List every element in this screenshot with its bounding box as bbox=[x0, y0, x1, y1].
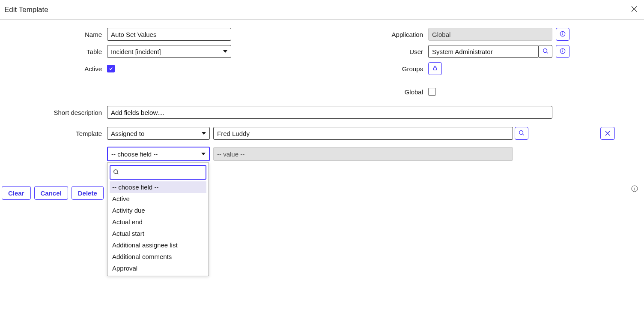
svg-text:i: i bbox=[634, 186, 635, 191]
name-label: Name bbox=[0, 31, 107, 38]
form-left-column: Name Table Incident [incident] Active bbox=[0, 26, 236, 77]
lock-icon bbox=[432, 65, 438, 72]
delete-button[interactable]: Delete bbox=[72, 186, 104, 200]
user-search-button[interactable] bbox=[539, 45, 552, 58]
name-input[interactable] bbox=[107, 28, 231, 41]
template-value-input-0[interactable] bbox=[213, 127, 513, 140]
svg-point-3 bbox=[543, 48, 547, 52]
clear-button[interactable]: Clear bbox=[2, 186, 31, 200]
dropdown-option[interactable]: Approval bbox=[110, 262, 206, 274]
user-label: User bbox=[321, 48, 428, 55]
dropdown-option[interactable]: -- choose field -- bbox=[110, 181, 206, 193]
user-input[interactable] bbox=[428, 45, 539, 58]
groups-lock-button[interactable] bbox=[428, 62, 442, 75]
active-checkbox[interactable] bbox=[107, 65, 115, 72]
active-label: Active bbox=[0, 65, 107, 72]
check-icon bbox=[109, 66, 113, 71]
template-field-select-1[interactable]: -- choose field -- bbox=[107, 147, 210, 161]
global-checkbox[interactable] bbox=[428, 88, 436, 96]
dropdown-option[interactable]: Additional assignee list bbox=[110, 239, 206, 251]
info-icon bbox=[560, 48, 566, 55]
global-label: Global bbox=[321, 88, 428, 96]
x-icon bbox=[605, 131, 610, 136]
dropdown-option[interactable]: Actual start bbox=[110, 228, 206, 239]
form-right-column: Application Global User bbox=[321, 26, 621, 100]
header: Edit Template bbox=[0, 0, 644, 20]
template-field-select-0[interactable]: Assigned to bbox=[107, 127, 210, 140]
user-info-button[interactable] bbox=[556, 45, 569, 58]
template-row-remove-0[interactable] bbox=[600, 127, 615, 140]
template-field-1-value: -- choose field -- bbox=[111, 150, 158, 158]
svg-rect-2 bbox=[562, 32, 563, 33]
caret-down-icon bbox=[201, 153, 206, 155]
svg-point-11 bbox=[114, 169, 118, 173]
template-label: Template bbox=[0, 130, 107, 137]
svg-rect-1 bbox=[562, 33, 563, 35]
svg-line-10 bbox=[523, 134, 524, 135]
dropdown-option[interactable]: Additional comments bbox=[110, 251, 206, 262]
page-title: Edit Template bbox=[4, 6, 48, 14]
svg-rect-7 bbox=[562, 49, 563, 50]
info-icon bbox=[560, 31, 566, 38]
dropdown-option[interactable]: Active bbox=[110, 193, 206, 205]
page-info-button[interactable]: i bbox=[631, 185, 638, 192]
dropdown-option[interactable]: Actual end bbox=[110, 216, 206, 228]
dropdown-search-input[interactable] bbox=[122, 169, 203, 176]
template-value-readonly-1: -- value -- bbox=[213, 147, 513, 161]
search-icon bbox=[519, 130, 525, 137]
footer-buttons: Clear Cancel Delete Update bbox=[0, 186, 644, 200]
table-select[interactable]: Incident [incident] bbox=[107, 45, 231, 58]
search-icon bbox=[113, 169, 119, 176]
svg-rect-6 bbox=[562, 50, 563, 52]
svg-point-9 bbox=[519, 130, 523, 134]
table-select-value: Incident [incident] bbox=[111, 48, 161, 55]
groups-label: Groups bbox=[321, 65, 428, 72]
table-label: Table bbox=[0, 48, 107, 55]
dropdown-option-list: -- choose field -- Active Activity due A… bbox=[110, 181, 206, 274]
close-button[interactable] bbox=[629, 4, 639, 15]
cancel-button[interactable]: Cancel bbox=[34, 186, 68, 200]
svg-line-4 bbox=[546, 52, 548, 53]
caret-down-icon bbox=[202, 132, 206, 135]
template-field-0-value: Assigned to bbox=[111, 130, 144, 137]
search-icon bbox=[543, 48, 549, 55]
caret-down-icon bbox=[223, 50, 227, 53]
dropdown-search-wrap bbox=[110, 165, 206, 180]
application-label: Application bbox=[321, 31, 428, 38]
info-icon: i bbox=[631, 187, 638, 193]
application-value: Global bbox=[432, 31, 450, 38]
short-desc-label: Short description bbox=[0, 109, 107, 116]
template-value-1-placeholder: -- value -- bbox=[217, 150, 244, 158]
svg-line-12 bbox=[117, 173, 119, 174]
svg-rect-8 bbox=[434, 68, 437, 70]
field-dropdown: -- choose field -- Active Activity due A… bbox=[107, 162, 209, 276]
short-desc-input[interactable] bbox=[107, 106, 552, 119]
application-readonly: Global bbox=[428, 28, 552, 41]
application-info-button[interactable] bbox=[556, 28, 569, 41]
template-value-search-0[interactable] bbox=[515, 127, 528, 140]
close-icon bbox=[631, 6, 637, 13]
dropdown-option[interactable]: Activity due bbox=[110, 205, 206, 216]
